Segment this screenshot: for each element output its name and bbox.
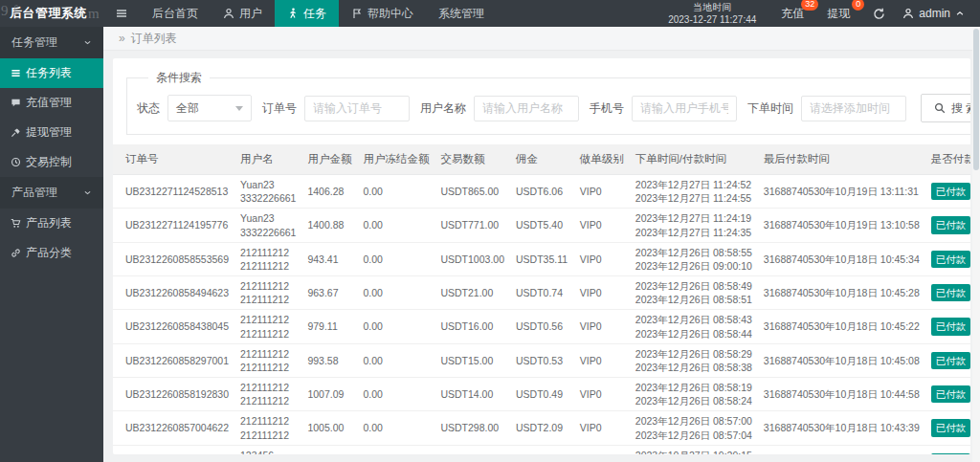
scrollbar-thumb[interactable] <box>973 29 979 170</box>
status-select[interactable]: 全部 <box>167 95 252 121</box>
withdraw-badge: 0 <box>852 0 864 11</box>
order-time: 2023年12月27日 11:24:52 <box>635 178 752 191</box>
user-frozen-amount: 0.00 <box>363 287 382 298</box>
user-name: 212111212 <box>240 414 296 428</box>
phone-label: 手机号 <box>590 100 624 117</box>
breadcrumb-arrow-icon: » <box>119 32 125 45</box>
main-nav: 后台首页 用户 任务 帮助中心 系统管理 <box>103 0 497 27</box>
search-form: 状态 全部 订单号 用户名称 手机号 <box>137 90 970 122</box>
order-time: 2023年12月26日 08:58:29 <box>635 347 752 361</box>
nav-tasks[interactable]: 任务 <box>275 0 339 27</box>
pay-time: 2023年12月26日 08:58:24 <box>635 394 752 407</box>
commission: USDT0.74 <box>516 287 563 298</box>
sidebar-item-product-list[interactable]: 产品列表 <box>0 209 103 238</box>
user-account: 212111212 <box>240 361 296 374</box>
order-time: 2023年12月26日 08:58:43 <box>635 313 752 326</box>
table-row: UB2310271929153833 123456 123456 10098.0… <box>113 445 970 454</box>
admin-menu[interactable]: admin <box>902 7 980 20</box>
trade-amount: USDT21.00 <box>440 287 493 298</box>
top-navbar: 9 f 后台管理系统 m 后台首页 用户 任务 帮 <box>0 0 980 27</box>
user-name: Yuan23 <box>240 211 296 225</box>
user-amount: 993.58 <box>307 355 338 366</box>
user-amount: 1005.00 <box>307 422 344 433</box>
recharge-badge: 32 <box>801 0 818 11</box>
cart-icon <box>11 218 21 229</box>
user-name: Yuan23 <box>240 178 296 191</box>
column-header-amount: 用户金额 <box>301 144 357 175</box>
last-pay-time: 31688740530年10月18日 10:45:08 <box>764 355 920 366</box>
user-name: 212111212 <box>240 279 296 293</box>
order-no: UB2312271124195776 <box>125 219 228 231</box>
pay-time: 2023年12月27日 11:24:55 <box>635 191 752 205</box>
user-amount: 963.67 <box>307 287 338 298</box>
sidebar-item-task-list-label: 任务列表 <box>26 65 72 81</box>
trade-amount: USDT16.00 <box>440 320 493 332</box>
phone-input[interactable] <box>632 96 737 121</box>
recharge-button[interactable]: 充值 32 <box>781 6 804 22</box>
sidebar-item-product-list-label: 产品列表 <box>26 215 72 231</box>
last-pay-time: 31688740530年10月18日 10:45:28 <box>764 287 920 298</box>
order-level: VIP0 <box>580 320 602 332</box>
sidebar-item-product-category[interactable]: 产品分类 <box>0 238 103 268</box>
order-no-input[interactable] <box>304 96 410 121</box>
table-row: UB2312271124528513 Yuan23 3332226661 140… <box>113 175 970 209</box>
order-no: UB2312271124528513 <box>125 186 228 197</box>
hamburger-icon <box>116 8 127 19</box>
sidebar-item-task-list[interactable]: 任务列表 <box>0 58 103 88</box>
last-pay-time: 31688740530年10月18日 10:44:58 <box>764 388 920 400</box>
nav-help[interactable]: 帮助中心 <box>339 0 426 27</box>
watermark-right: m <box>88 6 100 22</box>
nav-users-label: 用户 <box>239 6 262 22</box>
last-pay-time: 31688740530年10月19日 13:10:58 <box>764 219 920 231</box>
last-pay-time: 31688740530年10月18日 10:45:22 <box>764 320 920 332</box>
commission: USDT5.40 <box>516 219 563 231</box>
column-header-level: 做单级别 <box>574 144 630 175</box>
user-amount: 1400.88 <box>307 219 344 231</box>
scrollbar-track[interactable] <box>972 27 980 462</box>
order-no: UB2312260858438045 <box>125 320 229 332</box>
nav-home[interactable]: 后台首页 <box>140 0 211 27</box>
sidebar-group-task[interactable]: 任务管理 <box>0 27 103 58</box>
paid-badge: 已付款 <box>931 216 970 233</box>
sidebar-item-trade-control[interactable]: 交易控制 <box>0 147 103 177</box>
recharge-label: 充值 <box>781 7 804 20</box>
user-name-input[interactable] <box>474 96 579 121</box>
menu-toggle-icon[interactable] <box>103 0 140 27</box>
order-time-input[interactable] <box>801 96 906 121</box>
table-row: UB2312260857004622 212111212 212111212 1… <box>113 411 970 445</box>
column-header-frozen: 用户冻结金额 <box>357 144 434 175</box>
order-level: VIP0 <box>580 253 602 265</box>
withdraw-button[interactable]: 提现 0 <box>827 6 850 22</box>
status-field: 状态 全部 <box>137 95 252 121</box>
nav-users[interactable]: 用户 <box>211 0 275 27</box>
app-title: 后台管理系统 <box>10 5 87 22</box>
order-time-field: 下单时间 <box>747 96 906 121</box>
user-amount: 943.41 <box>307 253 338 265</box>
table-row: UB2312260858297001 212111212 212111212 9… <box>113 343 970 377</box>
user-name: 212111212 <box>240 381 296 394</box>
nav-system[interactable]: 系统管理 <box>426 0 497 27</box>
user-frozen-amount: 0.00 <box>363 355 382 366</box>
sidebar-item-withdraw[interactable]: 提现管理 <box>0 118 103 147</box>
search-icon <box>934 102 946 114</box>
search-button[interactable]: 搜 索 <box>921 94 970 122</box>
sidebar-item-recharge[interactable]: 充值管理 <box>0 88 103 118</box>
navbar-right: 当地时间 2023-12-27 11:27:44 充值 32 提现 0 admi… <box>668 0 980 27</box>
main-content: »订单列表 条件搜索 状态 全部 订单号 用户名称 <box>103 27 980 462</box>
status-select-value: 全部 <box>176 100 199 117</box>
sidebar-group-task-label: 任务管理 <box>11 34 57 51</box>
refresh-icon[interactable] <box>873 8 885 20</box>
chevron-down-icon <box>83 38 92 47</box>
order-level: VIP0 <box>580 219 602 231</box>
sidebar-group-product[interactable]: 产品管理 <box>0 177 103 209</box>
order-no: UB2312260858553569 <box>125 253 229 265</box>
paid-badge: 已付款 <box>931 284 970 301</box>
breadcrumb: »订单列表 <box>103 27 980 51</box>
column-header-last-pay: 最后付款时间 <box>758 144 925 175</box>
commission: USDT0.56 <box>516 320 563 332</box>
order-time: 2023年12月26日 08:58:49 <box>635 279 752 293</box>
table-row: UB2312260858494623 212111212 212111212 9… <box>113 276 970 310</box>
chevron-down-icon <box>83 188 92 197</box>
user-name: 212111212 <box>240 313 296 326</box>
withdraw-label: 提现 <box>827 7 850 20</box>
